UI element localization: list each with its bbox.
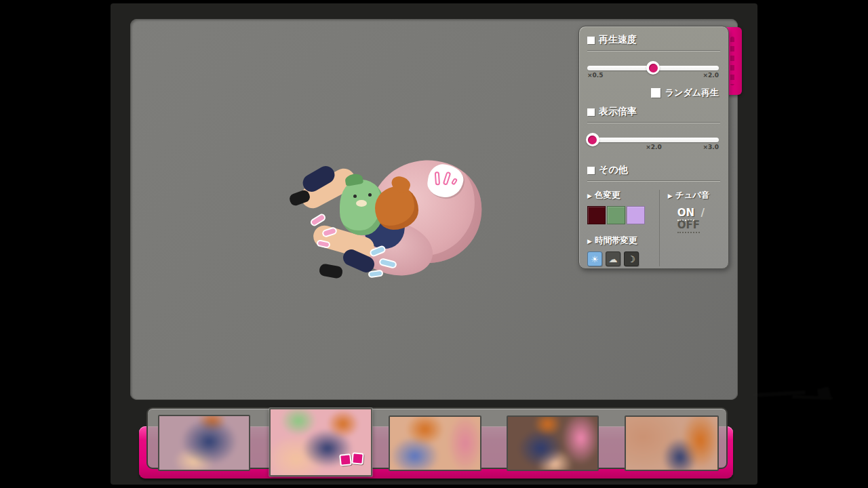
screen: 再生速度 ×0.5 ×2.0 ランダム再生 表示倍率 ×2.0 <box>0 0 868 488</box>
plush-beak-icon <box>356 200 367 207</box>
slider-thumb-dot <box>588 136 597 144</box>
section-title-other: その他 <box>587 164 720 176</box>
thumbnail-art-placeholder <box>507 415 599 471</box>
swatch-dark-red[interactable] <box>587 206 606 224</box>
panel-side-tab-marks <box>730 37 734 85</box>
slider-max-label: ×2.0 <box>703 72 719 79</box>
random-playback-label: ランダム再生 <box>665 87 719 99</box>
character-blob <box>319 263 344 279</box>
arrow-icon: ▶ <box>587 238 592 245</box>
character-hair-blob <box>375 186 418 230</box>
plush-eye-icon <box>353 195 357 198</box>
swatch-lavender[interactable] <box>627 206 645 224</box>
random-playback-checkbox[interactable] <box>651 88 660 98</box>
sound-label: ▶ チュパ音 <box>668 190 720 201</box>
section-title-label: 再生速度 <box>599 34 637 46</box>
section-bullet-icon <box>587 108 595 116</box>
moon-icon: ☽ <box>627 255 635 264</box>
slider-min-label: ×0.5 <box>587 72 603 79</box>
slider-mid-label: ×2.0 <box>646 144 661 150</box>
sun-icon: ☀ <box>591 255 599 264</box>
swatch-green[interactable] <box>607 206 625 224</box>
slider-track[interactable] <box>587 138 719 142</box>
divider <box>587 50 720 52</box>
slider-thumb[interactable] <box>586 133 599 146</box>
watermark <box>753 386 841 404</box>
sound-off-button[interactable]: OFF <box>677 219 700 233</box>
settings-panel: 再生速度 ×0.5 ×2.0 ランダム再生 表示倍率 ×2.0 <box>578 26 729 269</box>
thumbnail-art-placeholder <box>158 415 250 471</box>
arrow-icon: ▶ <box>668 192 673 199</box>
slider-thumb-dot <box>649 64 658 73</box>
playback-speed-slider[interactable]: ×0.5 ×2.0 <box>587 62 720 85</box>
sfx-mark <box>370 271 382 277</box>
time-day-button[interactable]: ☀ <box>587 251 602 266</box>
animation-sprite <box>288 159 478 285</box>
arrow-icon: ▶ <box>587 192 592 199</box>
plush-eye-icon <box>368 193 372 197</box>
thumbnail-art-placeholder <box>389 415 481 471</box>
display-zoom-slider[interactable]: ×2.0 ×3.0 <box>587 134 720 157</box>
section-title-label: その他 <box>599 164 628 176</box>
time-change-label: ▶ 時間帯変更 <box>587 235 659 247</box>
divider <box>587 180 720 182</box>
section-title-display-zoom: 表示倍率 <box>587 106 720 118</box>
sfx-mark <box>311 214 326 226</box>
thumbnail-2-selected[interactable] <box>269 408 372 476</box>
time-night-button[interactable]: ☽ <box>624 251 639 266</box>
thumbnail-1[interactable] <box>158 415 250 471</box>
thumbnail-5[interactable] <box>625 415 719 471</box>
section-title-label: 表示倍率 <box>599 106 637 118</box>
section-bullet-icon <box>587 37 595 44</box>
thumbnail-3[interactable] <box>389 415 481 471</box>
cloud-icon: ☁ <box>609 255 618 264</box>
sfx-badge-icon <box>340 452 366 468</box>
time-evening-button[interactable]: ☁ <box>606 251 620 266</box>
section-bullet-icon <box>587 167 595 174</box>
thumbnail-art-placeholder <box>625 415 719 471</box>
slider-thumb[interactable] <box>646 61 660 75</box>
thumbnail-4[interactable] <box>507 415 599 471</box>
slider-max-label: ×3.0 <box>703 144 719 150</box>
sound-separator: / <box>701 207 704 219</box>
color-change-label: ▶ 色変更 <box>587 190 659 201</box>
divider <box>587 122 720 123</box>
section-title-playback-speed: 再生速度 <box>587 34 720 46</box>
